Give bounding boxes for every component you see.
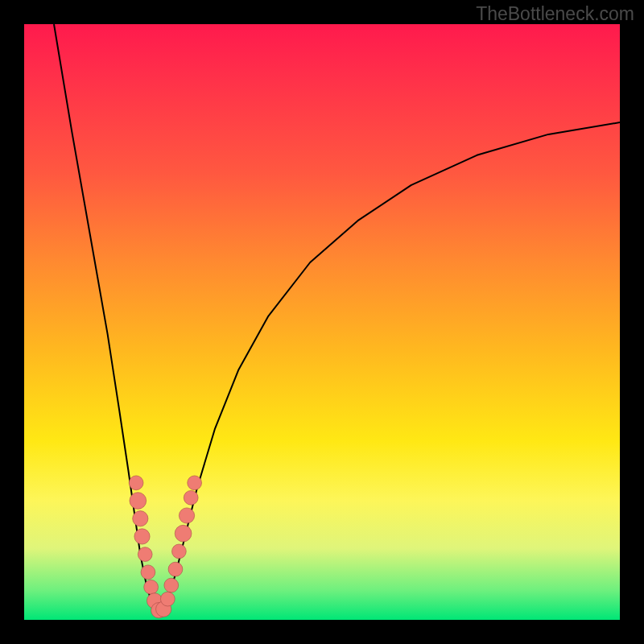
data-marker	[138, 547, 152, 562]
data-marker	[172, 544, 187, 559]
chart-frame: TheBottleneck.com	[0, 0, 644, 644]
data-marker	[175, 525, 192, 542]
data-marker	[134, 529, 150, 544]
data-marker	[144, 580, 159, 594]
data-marker	[188, 476, 202, 490]
watermark-text: TheBottleneck.com	[476, 3, 634, 25]
data-marker	[129, 476, 143, 490]
data-marker	[133, 511, 148, 526]
bottleneck-curve	[54, 24, 620, 615]
data-marker	[168, 562, 183, 576]
data-marker	[160, 592, 175, 606]
data-marker	[179, 508, 194, 523]
curve-group	[54, 24, 620, 615]
data-marker	[130, 493, 147, 510]
bottleneck-curve-svg	[24, 24, 620, 620]
data-marker	[184, 490, 198, 505]
data-marker	[141, 565, 155, 580]
data-marker	[164, 578, 179, 592]
